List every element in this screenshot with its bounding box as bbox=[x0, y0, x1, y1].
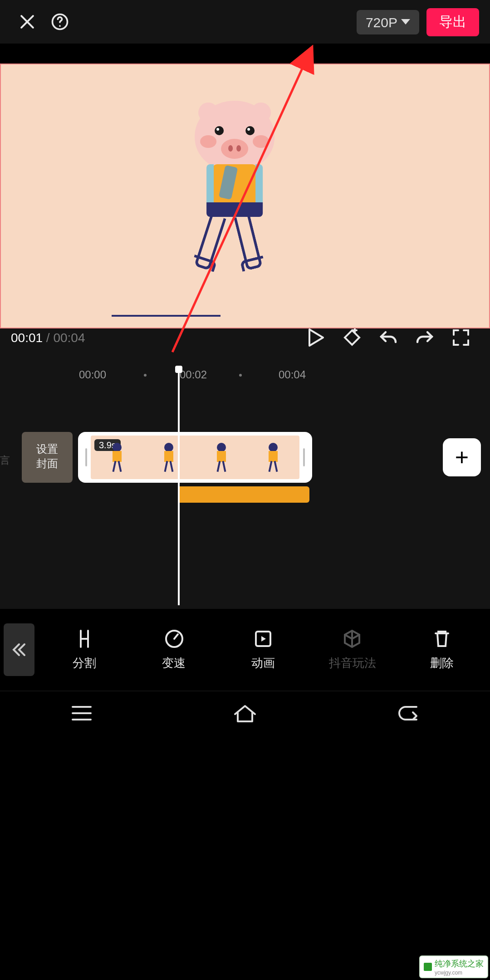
nav-home-button[interactable] bbox=[232, 703, 258, 726]
menu-icon bbox=[69, 704, 93, 722]
nav-back-button[interactable] bbox=[397, 704, 421, 725]
split-icon bbox=[74, 628, 95, 650]
clip-handle-right[interactable] bbox=[299, 436, 309, 479]
system-nav-bar bbox=[0, 691, 490, 738]
preview-ground-line bbox=[112, 315, 220, 317]
clip-handle-left[interactable] bbox=[82, 436, 91, 479]
close-icon bbox=[17, 12, 37, 32]
redo-icon bbox=[414, 328, 436, 347]
fullscreen-icon bbox=[452, 328, 470, 347]
edit-toolbar: 分割 变速 动画 抖音玩法 删除 bbox=[0, 609, 490, 691]
play-icon bbox=[307, 328, 325, 348]
watermark: 纯净系统之家 ycwjgy.com bbox=[419, 956, 488, 978]
animation-icon bbox=[252, 628, 274, 650]
back-icon bbox=[397, 704, 421, 722]
total-time: 00:04 bbox=[53, 330, 85, 345]
track-hint-label: 言 bbox=[0, 454, 10, 467]
ruler-tick: 00:04 bbox=[279, 368, 306, 381]
tool-douyin-effects: 抖音玩法 bbox=[308, 628, 397, 671]
tool-split[interactable]: 分割 bbox=[40, 628, 129, 671]
tool-animation[interactable]: 动画 bbox=[219, 628, 308, 671]
home-icon bbox=[232, 703, 258, 723]
undo-icon bbox=[377, 328, 399, 347]
resolution-selector[interactable]: 720P bbox=[357, 10, 419, 34]
add-clip-button[interactable]: + bbox=[443, 438, 481, 476]
playhead[interactable] bbox=[178, 369, 180, 605]
help-icon bbox=[50, 12, 70, 32]
clip-thumbnails: 3.9s bbox=[91, 436, 299, 479]
export-button[interactable]: 导出 bbox=[426, 8, 479, 36]
current-time: 00:01 bbox=[11, 330, 43, 345]
time-display: 00:01 / 00:04 bbox=[11, 330, 85, 345]
svg-point-1 bbox=[59, 25, 61, 27]
preview-character bbox=[195, 101, 274, 172]
audio-track[interactable] bbox=[178, 486, 309, 503]
close-button[interactable] bbox=[11, 5, 44, 38]
chevron-down-icon bbox=[401, 19, 410, 24]
timeline[interactable]: 言 设置 封面 3.9s + bbox=[0, 388, 490, 609]
cube-icon bbox=[342, 628, 363, 650]
set-cover-button[interactable]: 设置 封面 bbox=[22, 432, 73, 483]
speed-icon bbox=[163, 628, 185, 650]
tool-delete[interactable]: 删除 bbox=[397, 628, 486, 671]
chevron-left-double-icon bbox=[11, 642, 27, 658]
ruler-tick: 00:00 bbox=[79, 368, 106, 381]
nav-menu-button[interactable] bbox=[69, 704, 93, 725]
top-bar: 720P 导出 bbox=[0, 0, 490, 44]
watermark-logo-icon bbox=[424, 963, 432, 971]
preview-area bbox=[0, 44, 490, 312]
tool-speed[interactable]: 变速 bbox=[129, 628, 219, 671]
delete-icon bbox=[431, 628, 453, 650]
ruler-tick: 00:02 bbox=[180, 368, 207, 381]
resolution-label: 720P bbox=[366, 14, 397, 29]
collapse-toolbar-button[interactable] bbox=[4, 623, 34, 676]
help-button[interactable] bbox=[44, 5, 76, 38]
keyframe-icon bbox=[342, 328, 362, 348]
timeline-ruler[interactable]: 00:00 00:02 00:04 bbox=[0, 363, 490, 388]
video-preview[interactable] bbox=[0, 64, 490, 328]
video-clip[interactable]: 3.9s bbox=[78, 432, 312, 483]
